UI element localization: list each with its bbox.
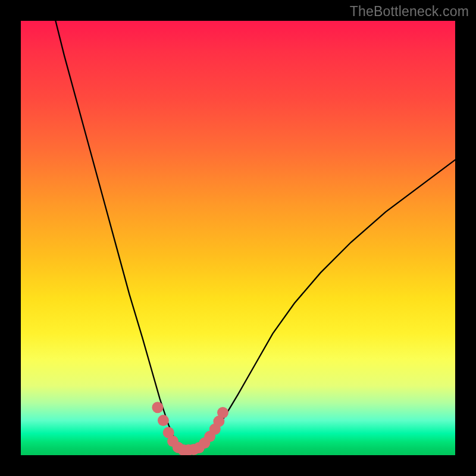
highlight-dot [152,402,163,413]
watermark-text: TheBottleneck.com [350,4,469,20]
highlight-dot [158,415,169,426]
chart-plot-area [21,21,455,455]
chart-frame: TheBottleneck.com [0,0,476,476]
chart-svg [21,21,455,455]
bottleneck-curve [55,21,455,450]
highlight-dot [217,407,228,418]
